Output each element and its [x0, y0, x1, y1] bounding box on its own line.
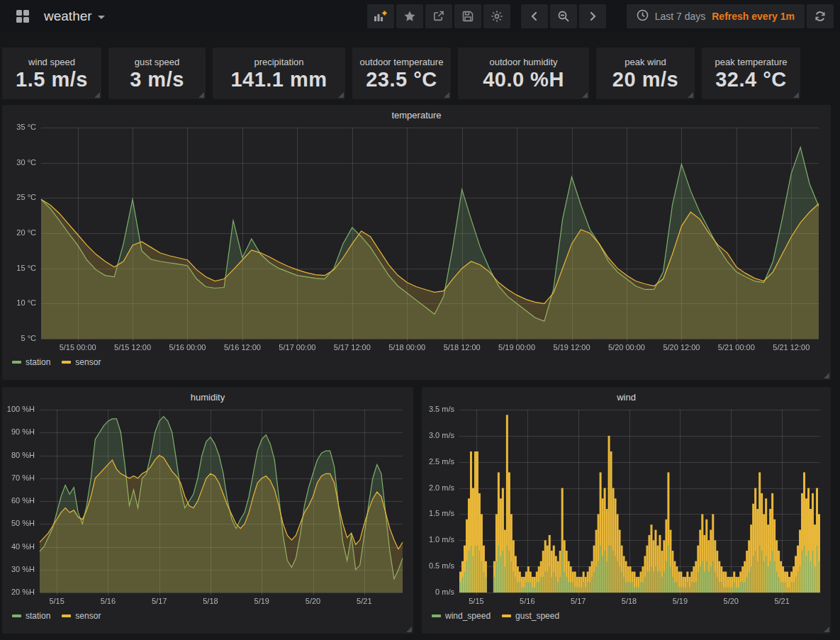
zoom-out-button[interactable]	[550, 4, 577, 28]
dashboard-title-dropdown[interactable]: weather	[44, 9, 105, 24]
chevron-left-icon	[529, 11, 540, 22]
temperature-chart[interactable]	[9, 122, 824, 354]
stat-value: 23.5 °C	[366, 69, 437, 90]
stat-panel-outdoor-humidity: outdoor humidity 40.0 %H	[458, 47, 589, 99]
panel-resize-handle[interactable]	[793, 92, 799, 98]
bottom-row: humidity stationsensor wind wind_speedgu…	[2, 387, 840, 634]
stat-value: 141.1 mm	[230, 69, 327, 90]
legend: wind_speedgust_speed	[422, 608, 831, 621]
stat-title[interactable]: outdoor humidity	[489, 57, 557, 67]
grid-icon	[16, 9, 30, 23]
star-icon	[403, 10, 416, 23]
stat-value: 3 m/s	[130, 69, 184, 90]
legend-swatch	[62, 614, 71, 617]
chevron-right-icon	[587, 11, 598, 22]
refresh-button[interactable]	[807, 4, 834, 28]
star-button[interactable]	[396, 4, 423, 28]
stat-panel-wind-speed: wind speed 1.5 m/s	[2, 47, 101, 99]
legend: stationsensor	[2, 608, 413, 621]
clock-icon	[637, 9, 649, 23]
refresh-interval-label: Refresh every 1m	[712, 11, 795, 22]
stat-panel-outdoor-temperature: outdoor temperature 23.5 °C	[352, 47, 451, 99]
legend-label: station	[26, 611, 50, 621]
legend-swatch	[62, 361, 71, 364]
panel-title[interactable]: wind	[422, 387, 831, 404]
legend-swatch	[12, 361, 21, 364]
legend-label: sensor	[75, 611, 101, 621]
stat-title[interactable]: peak temperature	[715, 57, 788, 67]
stat-value: 40.0 %H	[483, 69, 564, 90]
zoom-out-icon	[557, 10, 570, 23]
refresh-icon	[814, 10, 827, 23]
panel-resize-handle[interactable]	[688, 92, 693, 98]
time-range-picker[interactable]: Last 7 days Refresh every 1m	[627, 4, 805, 28]
add-panel-icon	[374, 10, 387, 23]
share-button[interactable]	[425, 4, 452, 28]
stat-panel-gust-speed: gust speed 3 m/s	[108, 47, 206, 99]
panel-resize-handle[interactable]	[582, 92, 588, 98]
humidity-chart[interactable]	[7, 404, 408, 608]
panel-resize-handle[interactable]	[94, 92, 100, 98]
panel-humidity: humidity stationsensor	[2, 387, 413, 634]
panel-title[interactable]: humidity	[2, 387, 413, 404]
legend-label: station	[26, 357, 50, 367]
legend-item-station[interactable]: station	[12, 357, 50, 367]
panel-temperature: temperature stationsensor	[2, 105, 831, 380]
legend-label: gust_speed	[515, 611, 559, 621]
panel-resize-handle[interactable]	[824, 373, 829, 378]
stat-title[interactable]: wind speed	[28, 57, 75, 67]
stat-row: wind speed 1.5 m/s gust speed 3 m/s prec…	[2, 47, 840, 99]
dashboards-menu-button[interactable]	[9, 4, 37, 28]
navbar-actions: Last 7 days Refresh every 1m	[365, 4, 834, 28]
stat-panel-peak-wind: peak wind 20 m/s	[596, 47, 695, 99]
stat-title[interactable]: gust speed	[135, 57, 180, 67]
legend-item-wind_speed[interactable]: wind_speed	[432, 611, 491, 621]
dashboard-title: weather	[44, 9, 92, 24]
panel-wind: wind wind_speedgust_speed	[422, 387, 831, 634]
legend-item-sensor[interactable]: sensor	[62, 611, 101, 621]
stat-value: 1.5 m/s	[16, 69, 88, 90]
settings-gear-icon	[491, 10, 503, 23]
dashboard-content: wind speed 1.5 m/s gust speed 3 m/s prec…	[0, 47, 840, 634]
legend-item-gust_speed[interactable]: gust_speed	[502, 611, 559, 621]
stat-value: 20 m/s	[612, 69, 678, 90]
panel-resize-handle[interactable]	[444, 92, 449, 98]
legend-item-sensor[interactable]: sensor	[62, 357, 101, 367]
panel-resize-handle[interactable]	[406, 627, 412, 632]
caret-down-icon	[98, 16, 105, 19]
stat-title[interactable]: outdoor temperature	[360, 57, 444, 67]
wind-chart[interactable]	[427, 404, 826, 608]
time-back-button[interactable]	[521, 4, 548, 28]
save-icon	[461, 10, 474, 23]
panel-resize-handle[interactable]	[824, 627, 829, 632]
panel-resize-handle[interactable]	[198, 92, 204, 98]
legend-swatch	[12, 614, 21, 617]
legend-label: sensor	[75, 357, 101, 367]
add-panel-button[interactable]	[367, 4, 394, 28]
legend-swatch	[432, 614, 441, 617]
panel-resize-handle[interactable]	[338, 92, 344, 98]
stat-value: 32.4 °C	[715, 69, 787, 90]
time-forward-button[interactable]	[579, 4, 606, 28]
panel-title[interactable]: temperature	[2, 105, 831, 122]
time-range-label: Last 7 days	[655, 11, 706, 22]
legend-label: wind_speed	[445, 611, 491, 621]
stat-panel-precipitation: precipitation 141.1 mm	[213, 47, 345, 99]
navbar: weather	[0, 0, 840, 33]
stat-title[interactable]: precipitation	[254, 57, 303, 67]
share-icon	[432, 10, 445, 23]
legend-swatch	[502, 614, 511, 617]
save-button[interactable]	[454, 4, 481, 28]
settings-button[interactable]	[483, 4, 510, 28]
stat-panel-peak-temperature: peak temperature 32.4 °C	[702, 47, 800, 99]
legend: stationsensor	[2, 354, 831, 367]
legend-item-station[interactable]: station	[12, 611, 50, 621]
stat-title[interactable]: peak wind	[625, 57, 666, 67]
